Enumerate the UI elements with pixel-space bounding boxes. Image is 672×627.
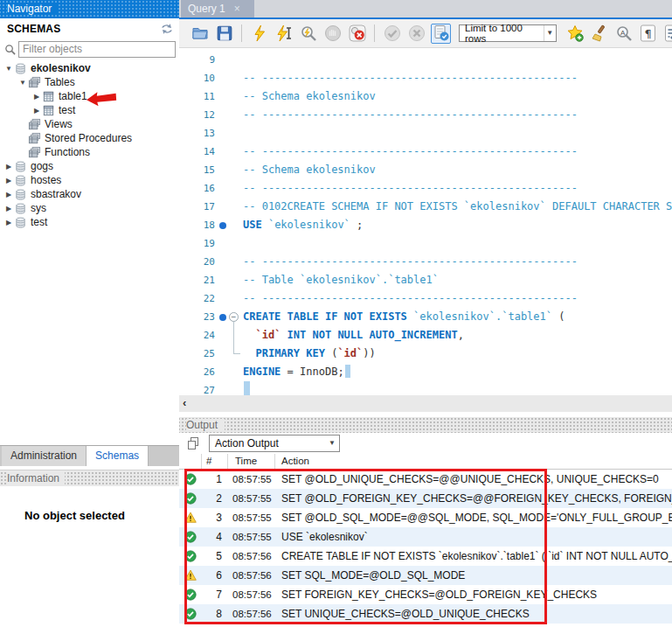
output-grid-header: # Time Action: [179, 454, 672, 470]
expand-right-icon[interactable]: ▶: [3, 177, 14, 185]
no-object-selected-text: No object selected: [24, 509, 179, 522]
tree-item-ekolesnikov[interactable]: ▼ekolesnikov: [0, 61, 179, 75]
row-index: 4: [202, 531, 228, 543]
tree-item-views[interactable]: Views: [0, 117, 179, 131]
tree-item-test[interactable]: ▶test: [0, 215, 179, 229]
rollback-button[interactable]: [406, 24, 426, 44]
close-tab-icon[interactable]: ×: [234, 3, 240, 15]
tab-administration[interactable]: Administration: [2, 446, 87, 466]
expand-right-icon[interactable]: ▶: [3, 163, 14, 171]
find-button[interactable]: A: [613, 24, 634, 44]
svg-text:A: A: [620, 29, 626, 37]
code-text: -- -------------------------------------…: [243, 143, 578, 161]
expand-down-icon[interactable]: ▼: [3, 65, 14, 73]
sql-code-editor[interactable]: 910-- ----------------------------------…: [179, 48, 672, 395]
expand-down-icon[interactable]: ▼: [17, 79, 28, 87]
filter-input[interactable]: [18, 41, 176, 58]
text-cursor: [345, 365, 350, 378]
table-icon: [42, 90, 55, 102]
output-row-2[interactable]: 208:57:55SET @OLD_FOREIGN_KEY_CHECKS=@@F…: [179, 489, 672, 508]
horizontal-scrollbar[interactable]: ‹: [179, 395, 672, 412]
tree-item-label: table1: [59, 90, 87, 102]
save-snippet-button[interactable]: [565, 24, 585, 44]
code-line-16: 16-- -----------------------------------…: [179, 179, 672, 198]
output-view-selector-row: Action Output ▼: [179, 433, 672, 454]
output-row-8[interactable]: 808:57:56SET UNIQUE_CHECKS=@OLD_UNIQUE_C…: [179, 604, 672, 624]
output-row-3[interactable]: 308:57:55SET @OLD_SQL_MODE=@@SQL_MODE, S…: [179, 508, 672, 527]
wrap-button[interactable]: [662, 24, 672, 44]
tree-item-label: Views: [45, 118, 73, 130]
stop-on-error-button[interactable]: [347, 24, 367, 44]
output-row-4[interactable]: 408:57:55USE `ekolesnikov`: [179, 527, 672, 547]
tree-item-stored-procedures[interactable]: Stored Procedures: [0, 131, 179, 145]
expand-right-icon[interactable]: ▶: [3, 219, 14, 226]
tree-item-tables[interactable]: ▼Tables: [0, 75, 179, 89]
code-text: -- -------------------------------------…: [243, 69, 578, 87]
open-file-button[interactable]: [190, 24, 210, 44]
row-time: 08:57:56: [228, 589, 275, 600]
search-icon: [4, 44, 16, 55]
code-line-17: 17-- 0102CREATE SCHEMA IF NOT EXISTS `ek…: [179, 198, 672, 216]
row-action: SET UNIQUE_CHECKS=@OLD_UNIQUE_CHECKS: [275, 608, 672, 620]
line-number: 16: [179, 179, 215, 198]
execute-button[interactable]: [249, 24, 269, 44]
tree-item-label: sys: [31, 202, 46, 214]
code-text: -- -------------------------------------…: [243, 289, 578, 308]
row-action: USE `ekolesnikov`: [275, 531, 672, 543]
expand-right-icon[interactable]: ▶: [31, 93, 42, 101]
output-pages-icon: [186, 436, 200, 450]
line-number: 14: [179, 143, 215, 161]
table-icon: [42, 104, 55, 116]
expand-right-icon[interactable]: ▶: [3, 191, 14, 199]
navigator-header: Navigator: [0, 0, 179, 18]
code-text: `id` INT NOT NULL AUTO_INCREMENT,: [243, 326, 464, 345]
tree-item-hostes[interactable]: ▶hostes: [0, 173, 179, 187]
success-icon: [179, 531, 202, 543]
tree-item-label: hostes: [31, 174, 61, 186]
line-number: 19: [179, 234, 215, 253]
tree-item-gogs[interactable]: ▶gogs: [0, 159, 179, 173]
tab-query-1[interactable]: Query 1 ×: [181, 0, 254, 17]
toolbar-separator: [374, 24, 375, 42]
expand-right-icon[interactable]: ▶: [31, 107, 42, 115]
scroll-left-icon[interactable]: ‹: [183, 396, 186, 409]
refresh-schemas-icon[interactable]: [160, 23, 174, 35]
execute-current-button[interactable]: [274, 24, 294, 44]
row-time: 08:57:56: [228, 609, 275, 619]
tree-item-label: test: [59, 104, 75, 116]
row-time: 08:57:55: [228, 474, 275, 484]
invisibles-button[interactable]: ¶: [638, 24, 658, 44]
line-number: 9: [179, 51, 215, 69]
save-button[interactable]: [214, 24, 234, 44]
information-body: No object selected: [0, 486, 179, 627]
code-line-24: 24 `id` INT NOT NULL AUTO_INCREMENT,: [179, 326, 672, 345]
explain-button[interactable]: [298, 24, 318, 44]
tab-schemas[interactable]: Schemas: [87, 446, 149, 466]
status-column-header: [179, 454, 202, 469]
tree-item-sys[interactable]: ▶sys: [0, 201, 179, 215]
beautify-button[interactable]: [589, 24, 609, 44]
tree-item-functions[interactable]: Functions: [0, 145, 179, 159]
output-row-6[interactable]: 608:57:56SET SQL_MODE=@OLD_SQL_MODE: [179, 566, 672, 585]
output-view-dropdown[interactable]: Action Output ▼: [209, 435, 340, 452]
stop-button[interactable]: [322, 24, 343, 44]
output-row-7[interactable]: 708:57:56SET FOREIGN_KEY_CHECKS=@OLD_FOR…: [179, 585, 672, 604]
row-time: 08:57:56: [228, 551, 275, 561]
row-time: 08:57:55: [228, 532, 275, 542]
row-index: 5: [202, 550, 228, 562]
toggle-autocommit-button[interactable]: [431, 24, 451, 44]
limit-rows-dropdown[interactable]: Limit to 1000 rows▼: [459, 24, 557, 42]
code-line-23: 23−CREATE TABLE IF NOT EXISTS `ekolesnik…: [179, 308, 672, 326]
commit-button[interactable]: [382, 24, 402, 44]
expand-right-icon[interactable]: ▶: [3, 205, 14, 212]
statement-marker-icon: [219, 222, 226, 229]
code-fold-icon[interactable]: −: [229, 312, 239, 322]
line-number: 21: [179, 271, 215, 289]
limit-rows-label: Limit to 1000 rows: [465, 23, 544, 44]
output-row-1[interactable]: 108:57:55SET @OLD_UNIQUE_CHECKS=@@UNIQUE…: [179, 470, 672, 489]
line-number: 11: [179, 87, 215, 106]
row-index: 1: [202, 473, 228, 485]
output-row-5[interactable]: 508:57:56CREATE TABLE IF NOT EXISTS `eko…: [179, 547, 672, 566]
tree-item-sbastrakov[interactable]: ▶sbastrakov: [0, 187, 179, 201]
dropdown-arrow-icon: ▼: [544, 25, 556, 41]
